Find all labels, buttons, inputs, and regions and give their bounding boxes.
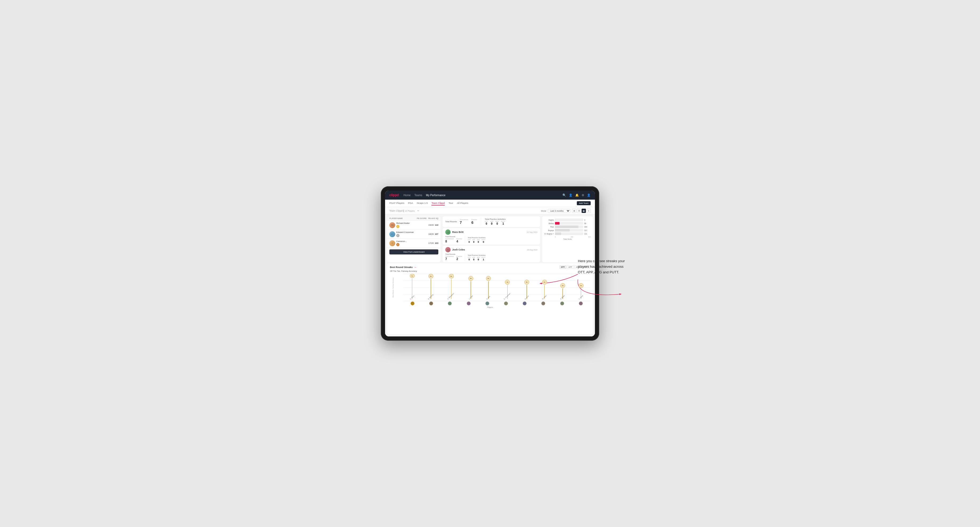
team-header: Team Clippd | 14 Players ✏ Show Last 3 m… xyxy=(385,207,595,214)
streak-bubble: 4x xyxy=(505,280,510,284)
list-view-button[interactable]: ☰ xyxy=(577,209,581,213)
streak-bubble: 7x xyxy=(410,274,415,278)
streak-bar-item: 4xE. Crossman xyxy=(503,274,512,301)
nav-teams[interactable]: Teams xyxy=(414,193,422,197)
streak-bar-item: 3xR. Butler xyxy=(559,274,566,301)
sub-nav: PGAT Players PGA Hcaps 1-5 Team Clippd T… xyxy=(385,200,595,207)
sub-nav-all-players[interactable]: All Players xyxy=(457,201,468,205)
streak-bubble: 3x xyxy=(579,283,584,288)
card-view-button[interactable]: ▦ xyxy=(582,209,586,213)
card-header: JC Josh Coles 26 Aug 2023 xyxy=(445,247,538,252)
tournament-value: 7 xyxy=(460,221,468,225)
avatar: C xyxy=(389,240,395,246)
streak-player-avatar: B xyxy=(429,301,433,306)
sub-nav-tour[interactable]: Tour xyxy=(449,201,453,205)
chart-bar-row: Pars 499 xyxy=(544,225,591,228)
col-pb-score: PB SCORE xyxy=(417,217,426,219)
view-full-leaderboard-button[interactable]: View Full Leaderboard xyxy=(389,249,438,254)
streaks-subtitle: Off The Tee, Fairway Accuracy xyxy=(390,270,590,272)
streak-player-avatar: J xyxy=(466,301,471,306)
grid-view-button[interactable]: ⊞ xyxy=(572,209,576,213)
streak-chart: Best Streak, Fairway Accuracy xyxy=(390,274,590,306)
sub-nav-pgat[interactable]: PGAT Players xyxy=(389,201,404,205)
nav-bar: clippd Home Teams My Performance 🔍 👤 🔔 ⚙… xyxy=(385,190,595,200)
table-row: C Cameron... 3 17/20 103 xyxy=(387,239,441,248)
streak-bar-item: 7xE. Ebert xyxy=(409,274,415,301)
streak-bar-item: 4xB. Ford xyxy=(524,274,530,301)
streak-bubble: 6x xyxy=(428,274,433,278)
settings-icon[interactable]: ⚙ xyxy=(582,194,584,197)
player-card-rees: RB Rees Britt 02 Sep 2023 Total Rounds T… xyxy=(442,228,540,244)
streak-bubble: 3x xyxy=(560,283,565,288)
card-player-name: Josh Coles xyxy=(452,248,465,251)
user-icon[interactable]: 👤 xyxy=(569,194,573,197)
app-logo: clippd xyxy=(389,193,399,197)
streak-player-avatar: B xyxy=(522,301,527,306)
streak-player-avatar: R xyxy=(485,301,490,306)
x-axis-label: Players xyxy=(390,306,590,308)
rank-badge: 2 xyxy=(396,234,399,237)
show-select[interactable]: Last 3 months Last 6 months Last 12 mont… xyxy=(548,209,570,213)
bar-chart: Eagles 3 Birdies 96 Pars 499 Bogeys 311 … xyxy=(544,219,591,235)
practice-value: 6 xyxy=(471,221,477,225)
chart-bar-row: Bogeys 311 xyxy=(544,229,591,232)
chart-bar-row: Eagles 3 xyxy=(544,219,591,221)
streak-bar-item: 5xR. Britt xyxy=(485,274,491,301)
streak-chart-area: 7xE. Ebert6xB. McHerg6xD. Billingham5xJ.… xyxy=(403,274,590,306)
tab-app[interactable]: APP xyxy=(567,265,574,269)
tab-ott[interactable]: OTT xyxy=(560,265,566,269)
add-team-button[interactable]: Add Team xyxy=(577,201,591,205)
streak-player-avatar: E xyxy=(410,301,415,306)
sub-nav-hcaps[interactable]: Hcaps 1-5 xyxy=(417,201,428,205)
show-controls: Show Last 3 months Last 6 months Last 12… xyxy=(541,209,591,213)
player-info: EC Edward Crossman 2 xyxy=(389,231,428,237)
nav-home[interactable]: Home xyxy=(403,193,410,197)
y-axis-container: Best Streak, Fairway Accuracy xyxy=(390,274,403,306)
sub-nav-team-clippd[interactable]: Team Clippd xyxy=(431,201,445,205)
streak-player-avatar: C xyxy=(579,301,583,306)
streak-bar-item: 3xC. Quick xyxy=(578,274,584,301)
rank-badge: 3 xyxy=(396,243,399,246)
y-axis-label: Best Streak, Fairway Accuracy xyxy=(393,278,394,298)
streak-bars: 7xE. Ebert6xB. McHerg6xD. Billingham5xJ.… xyxy=(403,274,590,301)
bell-icon[interactable]: 🔔 xyxy=(575,194,579,197)
search-icon[interactable]: 🔍 xyxy=(562,194,566,197)
chart-bar-row: D. Bogeys + 131 xyxy=(544,232,591,235)
chart-bar-row: Birdies 96 xyxy=(544,222,591,225)
profile-icon[interactable]: 👤 xyxy=(587,194,591,197)
player-name-label: D. Billingham xyxy=(446,292,454,300)
streak-bubble: 4x xyxy=(524,280,529,284)
edit-icon[interactable]: ✏ xyxy=(417,210,419,212)
player-info: RB Richard Butler 1 xyxy=(389,222,428,228)
leaderboard-panel: PLAYER NAME PB SCORE PB AVG SQ RB Richar… xyxy=(387,216,441,262)
streak-bubble: 4x xyxy=(542,280,547,284)
streaks-section: Best Round Streaks ← OTT APP ARG PUTT Of… xyxy=(387,263,593,334)
player-card: Total Rounds Tournament 7 Practice 6 xyxy=(442,216,540,227)
card-player-name: Rees Britt xyxy=(452,231,464,233)
player-name-label: E. Crossman xyxy=(503,293,511,301)
player-info: C Cameron... 3 xyxy=(389,240,428,246)
streak-bar-item: 5xJ. Coles xyxy=(468,274,474,301)
shot-chart-panel: Eagles 3 Birdies 96 Pars 499 Bogeys 311 … xyxy=(542,216,593,262)
player-name: Cameron... xyxy=(396,240,407,243)
leaderboard-header: PLAYER NAME PB SCORE PB AVG SQ xyxy=(387,216,441,221)
nav-my-performance[interactable]: My Performance xyxy=(426,193,445,197)
card-date: 26 Aug 2023 xyxy=(527,249,538,251)
streak-player-avatar: R xyxy=(560,301,564,306)
card-header: RB Rees Britt 02 Sep 2023 xyxy=(445,229,538,235)
annotation-box: Here you can see streaks your players ha… xyxy=(578,259,628,275)
tablet-frame: clippd Home Teams My Performance 🔍 👤 🔔 ⚙… xyxy=(381,186,599,341)
player-avg: 103 xyxy=(435,242,438,244)
tablet-screen: clippd Home Teams My Performance 🔍 👤 🔔 ⚙… xyxy=(385,190,595,337)
streak-player-avatar: E xyxy=(504,301,508,306)
player-card-josh: JC Josh Coles 26 Aug 2023 Total Rounds T… xyxy=(442,246,540,262)
annotation-text: Here you can see streaks your players ha… xyxy=(578,259,628,275)
team-name: Team Clippd | 14 Players xyxy=(389,210,415,212)
player-score: 19/20 xyxy=(428,224,434,226)
sub-nav-pga[interactable]: PGA xyxy=(408,201,413,205)
total-rounds-label: Total Rounds xyxy=(445,221,457,222)
col-player-name: PLAYER NAME xyxy=(389,217,417,219)
table-view-button[interactable]: ≡ xyxy=(586,209,591,213)
player-name: Edward Crossman xyxy=(396,231,414,233)
streak-avatars: EBDJREBMRC xyxy=(403,301,590,306)
